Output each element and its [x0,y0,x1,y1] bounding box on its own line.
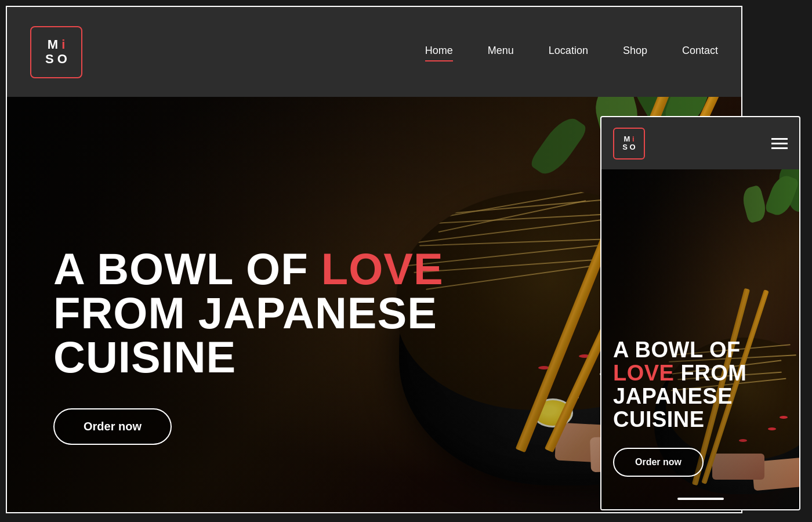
hero-title-part2: FROM JAPANESE [53,288,437,338]
hero-title-part3: CUISINE [53,332,236,382]
mobile-logo-text: M i S O [622,135,635,152]
mobile-title-part3: JAPANESE [613,384,733,408]
mobile-title-part1: A BOWL OF [613,338,741,362]
mobile-title-part2: FROM [674,361,746,385]
desktop-nav: Home Menu Location Shop Contact [425,45,718,59]
order-now-button[interactable]: Order now [53,408,172,445]
hamburger-menu-button[interactable] [771,138,788,149]
nav-home[interactable]: Home [425,45,453,59]
mobile-order-now-button[interactable]: Order now [613,448,704,477]
logo-text: M i S O [45,38,67,66]
mobile-hero: A BOWL OF LOVE FROM JAPANESE CUISINE Ord… [601,169,799,510]
nav-contact[interactable]: Contact [682,45,718,59]
mobile-title-love: LOVE [613,361,674,385]
mobile-hero-title: A BOWL OF LOVE FROM JAPANESE CUISINE [613,339,746,432]
mobile-bottom-indicator [677,498,724,500]
mobile-logo[interactable]: M i S O [613,128,645,160]
hamburger-line-3 [771,147,788,149]
nav-shop[interactable]: Shop [623,45,647,59]
logo[interactable]: M i S O [30,26,82,78]
mobile-title-part4: CUISINE [613,407,705,432]
nav-menu[interactable]: Menu [488,45,514,59]
mobile-frame: M i S O [600,116,800,510]
hero-title: A BOWL OF LOVE FROM JAPANESE CUISINE [53,247,444,379]
hamburger-line-2 [771,143,788,144]
hamburger-line-1 [771,138,788,140]
desktop-header: M i S O Home Menu Location Shop Contact [7,7,741,97]
mobile-hero-content: A BOWL OF LOVE FROM JAPANESE CUISINE Ord… [613,339,746,477]
hero-content: A BOWL OF LOVE FROM JAPANESE CUISINE Ord… [53,247,444,445]
mobile-header: M i S O [601,117,799,169]
hero-title-love: LOVE [321,244,444,293]
hero-title-part1: A BOWL OF [53,244,321,293]
nav-location[interactable]: Location [549,45,588,59]
